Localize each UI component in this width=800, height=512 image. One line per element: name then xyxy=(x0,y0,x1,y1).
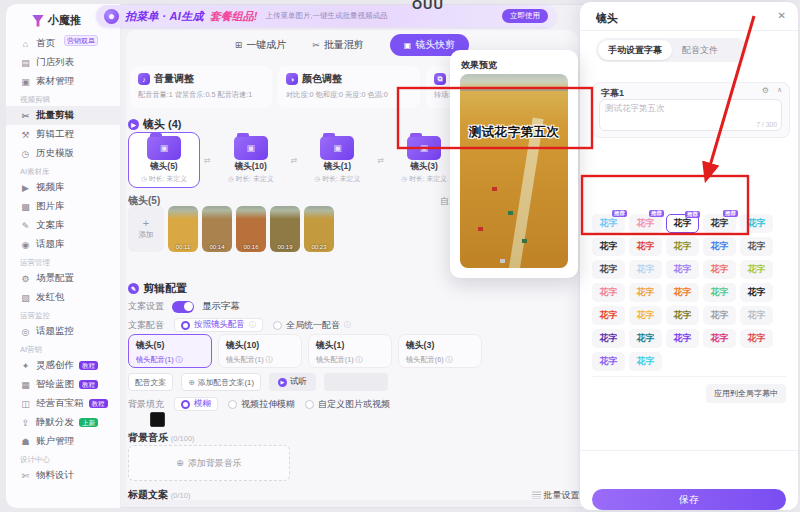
fill-blur-radio[interactable]: 模糊 xyxy=(174,397,218,411)
huazi-style-tile[interactable]: 花字 xyxy=(592,237,625,256)
tab-manual-subtitle[interactable]: 手动设置字幕 xyxy=(598,40,672,60)
sidebar-item[interactable]: ▦ 智绘蓝图 教程 xyxy=(6,375,120,394)
char-counter: 7 / 300 xyxy=(756,121,777,128)
clip-thumbnail[interactable]: 00:14 xyxy=(202,206,232,252)
sidebar-item[interactable]: ⚙ 场景配置 xyxy=(6,269,120,288)
shot-dub-tab[interactable]: 镜头(10) 镜头配音(1) ⓘ xyxy=(218,334,302,368)
sidebar-item[interactable]: ✎ 文案库 xyxy=(6,216,120,235)
sidebar-item[interactable]: ⚒ 剪辑工程 xyxy=(6,125,120,144)
tab-dub-file[interactable]: 配音文件 xyxy=(672,44,728,57)
huazi-style-tile[interactable]: 花字 推荐 xyxy=(666,214,699,233)
huazi-style-tile[interactable]: 花字 推荐 xyxy=(703,214,736,233)
huazi-style-tile[interactable]: 花字 xyxy=(740,329,773,348)
dub-global-radio[interactable]: 全局统一配音ⓘ xyxy=(273,319,351,332)
close-icon[interactable]: ✕ xyxy=(778,10,786,21)
huazi-style-tile[interactable]: 花字 xyxy=(629,283,662,302)
huazi-style-tile[interactable]: 花字 xyxy=(666,260,699,279)
clip-thumbnail[interactable]: 00:23 xyxy=(304,206,334,252)
huazi-style-tile[interactable]: 花字 xyxy=(703,260,736,279)
huazi-style-tile[interactable]: 花字 xyxy=(740,283,773,302)
sidebar-item-label: 账户管理 xyxy=(36,435,74,448)
one-click-video-button[interactable]: ⊞一键成片 xyxy=(235,38,287,52)
fill-stretch-radio[interactable]: 视频拉伸模糊 xyxy=(228,398,295,411)
sidebar-item[interactable]: ⇪ 静默分发 上新 xyxy=(6,413,120,432)
huazi-style-tile[interactable]: 花字 xyxy=(629,352,662,371)
huazi-style-tile[interactable]: 花字 xyxy=(592,352,625,371)
huazi-style-tile[interactable]: 花字 xyxy=(592,306,625,325)
sidebar-item[interactable]: ◎ 话题监控 xyxy=(6,322,120,341)
fill-custom-radio[interactable]: 自定义图片或视频 xyxy=(305,398,390,411)
huazi-style-tile[interactable]: 花字 xyxy=(666,329,699,348)
huazi-style-tile[interactable]: 花字 xyxy=(592,283,625,302)
huazi-style-tile[interactable]: 花字 推荐 xyxy=(592,214,625,233)
clip-thumbnail[interactable]: 00:11 xyxy=(168,206,198,252)
clip-thumbnail[interactable]: 00:19 xyxy=(270,206,300,252)
batch-setting-button[interactable]: ▤ 批量设置 xyxy=(532,489,580,502)
huazi-style-tile[interactable]: 花字 xyxy=(740,306,773,325)
huazi-style-tile[interactable]: 花字 xyxy=(629,260,662,279)
subtitle-textarea[interactable]: 测试花字第五次 7 / 300 xyxy=(599,99,782,131)
huazi-style-tile[interactable]: 花字 xyxy=(703,283,736,302)
sidebar-item[interactable]: ▣ 素材管理 xyxy=(6,72,120,91)
sidebar-item[interactable]: ▧ 发红包 xyxy=(6,288,120,307)
sidebar-item[interactable]: ◷ 历史模版 xyxy=(6,144,120,163)
radio-off-icon xyxy=(228,400,237,409)
huazi-style-tile[interactable]: 花字 xyxy=(703,329,736,348)
subtitle-color-swatch[interactable] xyxy=(150,412,165,427)
huazi-style-tile[interactable]: 花字 xyxy=(629,306,662,325)
add-clip-button[interactable]: + 添加 xyxy=(128,206,164,252)
add-bgm-button[interactable]: ⊕添加背景音乐 xyxy=(128,445,290,481)
apply-to-global-button[interactable]: 应用到全局字幕中 xyxy=(706,384,786,403)
batch-mix-button[interactable]: ✂批量混剪 xyxy=(312,38,364,52)
shot-dub-tab[interactable]: 镜头(3) 镜头配音(6) ⓘ xyxy=(398,334,482,368)
huazi-style-tile[interactable]: 花字 xyxy=(592,260,625,279)
sidebar-item[interactable]: ▩ 图片库 xyxy=(6,197,120,216)
color-adjust-card[interactable]: ◑颜色调整 对比度:0 饱和度:0 亮度:0 色温:0 xyxy=(278,66,420,108)
swap-icon[interactable]: ⇄ xyxy=(291,156,298,165)
huazi-style-tile[interactable]: 花字 xyxy=(740,214,773,233)
sidebar-item[interactable]: ▤ 门店列表 xyxy=(6,53,120,72)
sidebar-item[interactable]: ◫ 经营百宝箱 教程 xyxy=(6,394,120,413)
radio-on-icon xyxy=(181,321,190,330)
film-icon: ⊞ xyxy=(235,40,243,50)
listen-button[interactable]: ▶试听 xyxy=(269,373,316,391)
huazi-style-tile[interactable]: 花字 xyxy=(666,283,699,302)
shot-dub-tab[interactable]: 镜头(1) 镜头配音(1) ⓘ xyxy=(308,334,392,368)
huazi-style-tile[interactable]: 花字 xyxy=(740,260,773,279)
huazi-style-tile[interactable]: 花字 推荐 xyxy=(629,214,662,233)
sidebar-item[interactable]: ✦ 灵感创作 教程 xyxy=(6,356,120,375)
dub-mode-label: 文案配音 xyxy=(128,319,164,332)
swap-icon[interactable]: ⇄ xyxy=(377,156,384,165)
volume-adjust-card[interactable]: ♪音量调整 配音音量:1 背景音乐:0.5 配音语速:1 xyxy=(130,66,272,108)
clip-thumbnail[interactable]: 00:16 xyxy=(236,206,266,252)
shot-folder-card[interactable]: ▣ 镜头(10) ◷ 时长: 未定义 xyxy=(215,132,287,188)
sidebar-item[interactable]: ▶ 视频库 xyxy=(6,178,120,197)
huazi-style-tile[interactable]: 花字 xyxy=(629,329,662,348)
huazi-style-tile[interactable]: 花字 xyxy=(666,237,699,256)
sidebar-item[interactable]: ◉ 话题库 xyxy=(6,235,120,254)
gear-icon[interactable]: ⚙ xyxy=(762,86,769,95)
banner-cta-button[interactable]: 立即使用 xyxy=(502,9,548,23)
huazi-style-tile[interactable]: 花字 xyxy=(629,237,662,256)
sidebar-item[interactable]: ✂ 批量剪辑 xyxy=(6,106,120,125)
sidebar-item-label: 剪辑工程 xyxy=(36,128,74,141)
huazi-style-tile[interactable]: 花字 xyxy=(740,237,773,256)
shot-dub-tab[interactable]: 镜头(5) 镜头配音(1) ⓘ xyxy=(128,334,212,368)
shot-folder-card[interactable]: ▣ 镜头(5) ◷ 时长: 未定义 xyxy=(128,132,200,188)
sidebar: 小魔推 营销双旦 ⌂ 首页 ▤ 门店列表 ▣ 素材管理 视频剪辑 ✂ 批量剪辑 xyxy=(6,4,121,508)
show-subtitle-toggle[interactable] xyxy=(172,301,194,313)
add-dub-copy-button[interactable]: ⊕添加配音文案(1) xyxy=(181,373,261,391)
save-button[interactable]: 保存 xyxy=(592,489,786,510)
huazi-style-tile[interactable]: 花字 xyxy=(703,306,736,325)
sidebar-item[interactable]: ☗ 账户管理 xyxy=(6,432,120,451)
sidebar-item[interactable]: ✄ 物料设计 xyxy=(6,466,120,485)
huazi-style-tile[interactable]: 花字 xyxy=(666,306,699,325)
collapse-icon[interactable]: ∧ xyxy=(777,86,782,94)
dub-per-shot-radio[interactable]: 按照镜头配音ⓘ xyxy=(174,318,263,332)
swap-icon[interactable]: ⇄ xyxy=(204,156,211,165)
sidebar-item[interactable]: ⌂ 首页 xyxy=(6,34,120,53)
huazi-style-tile[interactable]: 花字 xyxy=(703,237,736,256)
shots-section-header: ▶镜头 (4) xyxy=(128,117,182,132)
shot-folder-card[interactable]: ▣ 镜头(1) ◷ 时长: 未定义 xyxy=(301,132,373,188)
huazi-style-tile[interactable]: 花字 xyxy=(592,329,625,348)
